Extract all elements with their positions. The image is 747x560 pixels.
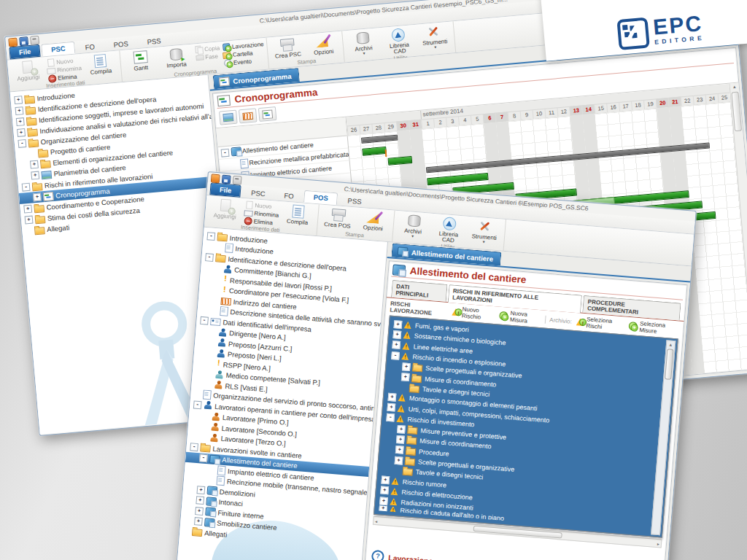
ribbon-button-crea-pos[interactable]: Crea POS <box>320 206 355 230</box>
expand-icon[interactable]: + <box>387 403 395 412</box>
document-area: Allestimento del cantiere Allestimento d… <box>357 242 691 560</box>
gantt-bar-summary[interactable] <box>361 135 398 144</box>
collapse-icon[interactable]: - <box>206 232 215 241</box>
expand-icon[interactable]: + <box>396 435 405 444</box>
rename-icon <box>47 66 55 74</box>
ribbon-button-aggiungi[interactable]: Aggiungi <box>208 196 243 221</box>
expand-icon[interactable]: + <box>380 486 389 495</box>
print-quick-icon[interactable] <box>30 35 39 44</box>
select-risks-button[interactable]: Seleziona Rischi <box>575 315 624 332</box>
collapse-icon[interactable]: - <box>22 183 31 192</box>
collapse-icon[interactable]: - <box>199 454 208 463</box>
tab-fo[interactable]: FO <box>275 190 303 203</box>
tab-file[interactable]: File <box>209 182 241 197</box>
ribbon-button-archivi[interactable]: Archivi▾ <box>345 28 381 56</box>
gantt-icon <box>219 77 230 86</box>
collapse-icon[interactable]: - <box>386 413 395 422</box>
layout-button[interactable] <box>219 110 238 125</box>
ribbon-button-compila[interactable]: Compila <box>280 202 315 227</box>
ribbon-button-label: Compila <box>287 219 309 226</box>
scroll-left-icon[interactable]: ◂ <box>375 518 378 523</box>
expand-icon[interactable]: + <box>25 216 34 225</box>
expand-icon[interactable]: + <box>392 341 400 349</box>
person2-icon <box>214 370 224 378</box>
ribbon-button-libreria-cad[interactable]: Libreria CAD <box>431 214 467 245</box>
ribbon-button-opzioni[interactable]: Opzioni <box>306 32 341 57</box>
expand-icon[interactable]: + <box>23 205 32 214</box>
warn-icon <box>398 394 407 402</box>
expand-icon[interactable]: + <box>394 320 403 329</box>
expand-icon[interactable]: + <box>397 425 406 434</box>
strumenti-icon <box>476 219 495 235</box>
save-quick-icon[interactable] <box>222 174 231 184</box>
doc-tab-label: Allestimento del cantiere <box>411 248 494 262</box>
print-quick-icon[interactable] <box>233 175 242 184</box>
collapse-icon[interactable]: - <box>200 316 209 325</box>
expand-icon[interactable]: + <box>33 192 42 201</box>
collapse-icon[interactable]: - <box>221 148 230 157</box>
folder-icon <box>34 205 44 213</box>
doc-icon <box>217 465 226 475</box>
save-quick-icon[interactable] <box>19 36 28 46</box>
select-measures-button[interactable]: Seleziona Misure <box>627 319 679 337</box>
collapse-icon[interactable]: - <box>190 443 198 451</box>
expand-icon[interactable]: + <box>395 456 403 464</box>
ribbon-button-crea-psc[interactable]: Crea PSC <box>270 35 305 60</box>
expand-icon[interactable]: + <box>395 446 404 454</box>
expand-icon[interactable]: + <box>14 96 23 104</box>
collapse-icon[interactable]: - <box>205 253 214 262</box>
stampa-icon <box>329 207 348 223</box>
options-button[interactable] <box>239 108 258 123</box>
ribbon-button-strumenti[interactable]: Strumenti▾ <box>467 217 503 245</box>
expand-icon[interactable]: + <box>15 106 24 115</box>
expand-icon[interactable]: + <box>17 128 26 137</box>
ribbon-button-gantt[interactable]: Gantt <box>123 48 158 73</box>
collapse-icon[interactable]: - <box>18 139 26 148</box>
gantt-bar-task[interactable] <box>362 147 387 156</box>
export-button[interactable] <box>258 106 277 122</box>
docs-icon <box>231 147 241 156</box>
scrollbar-thumb[interactable] <box>665 349 673 380</box>
docs-icon <box>206 497 217 506</box>
expand-icon[interactable]: + <box>388 393 397 402</box>
expand-icon[interactable]: + <box>30 160 39 169</box>
folder-icon <box>26 117 37 125</box>
ribbon-button-strumenti[interactable]: Strumenti▾ <box>417 23 452 50</box>
expand-icon[interactable]: + <box>194 517 203 526</box>
gantt-bar-task[interactable] <box>427 173 489 185</box>
ribbon-button-opzioni[interactable]: Opzioni <box>356 209 391 233</box>
help-icon[interactable]: ? <box>371 550 384 560</box>
expand-icon[interactable]: + <box>392 330 401 339</box>
new-measure-button[interactable]: Nuova Misura <box>498 309 542 326</box>
collapse-icon[interactable]: - <box>391 351 400 360</box>
scrollbar-thumb[interactable] <box>731 92 742 132</box>
ribbon-button-compila[interactable]: Compila <box>82 52 117 77</box>
new-risk-button[interactable]: Nuovo Rischio <box>451 305 496 322</box>
scroll-up-icon[interactable]: ▲ <box>732 83 737 90</box>
ribbon-button-fase[interactable]: Fase <box>195 52 221 61</box>
ribbon-button-importa[interactable]: Importa <box>158 45 193 70</box>
folder-icon <box>406 448 417 456</box>
expand-icon[interactable]: + <box>379 505 387 513</box>
desktop-background: C:\Users\carla gualtieri\Documents\Proge… <box>0 0 747 560</box>
ribbon-button-aggiungi[interactable]: Aggiungi <box>10 58 45 82</box>
expand-icon[interactable]: + <box>31 171 39 180</box>
expand-icon[interactable]: + <box>195 507 204 516</box>
scroll-up-icon[interactable]: ▲ <box>668 341 673 348</box>
ribbon-button-label: Crea POS <box>324 222 351 230</box>
expand-icon[interactable]: + <box>402 362 411 371</box>
image-icon <box>41 171 52 179</box>
expand-icon[interactable]: + <box>379 497 388 505</box>
expand-icon[interactable]: + <box>16 117 25 126</box>
expand-icon[interactable]: + <box>196 496 204 505</box>
collapse-icon[interactable]: - <box>193 400 202 409</box>
scroll-right-icon[interactable]: ▸ <box>657 541 660 546</box>
adddoc-icon <box>18 59 37 75</box>
expand-icon[interactable]: + <box>197 486 206 494</box>
expand-icon[interactable]: + <box>401 373 410 381</box>
newdoc-icon <box>46 58 55 66</box>
ribbon-button-libreria-cad[interactable]: Libreria CAD <box>381 26 417 56</box>
lavorazione-panel: Allestimento del cantiere DATI PRINCIPAL… <box>360 260 687 560</box>
expand-icon[interactable]: + <box>381 476 390 485</box>
ribbon-button-archivi[interactable]: Archivi▾ <box>395 211 431 239</box>
